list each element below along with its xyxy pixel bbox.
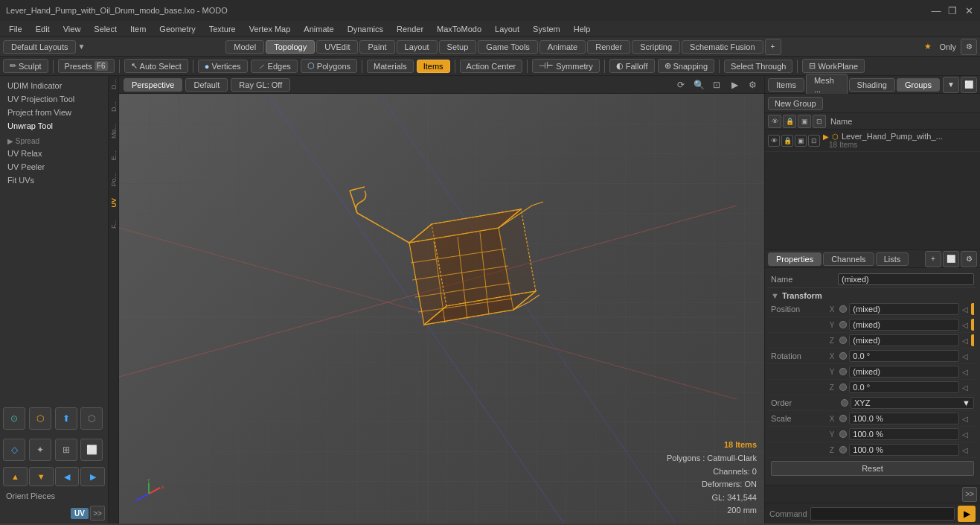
sculpt-button[interactable]: ✏ Sculpt [3,59,48,73]
props-tab-properties[interactable]: Properties [768,252,822,266]
rp-tab-shading[interactable]: Shading [849,78,895,92]
polygons-button[interactable]: ⬡ Polygons [301,59,357,73]
tool-icon-8[interactable]: ⬜ [80,439,103,461]
rotation-z-reset[interactable]: ◁ [959,381,971,393]
scale-y-reset[interactable]: ◁ [959,428,971,440]
menu-item[interactable]: Item [124,23,152,35]
name-prop-input[interactable] [838,273,974,285]
menu-dynamics[interactable]: Dynamics [342,23,389,35]
tab-topology[interactable]: Topology [266,40,315,54]
position-y-reset[interactable]: ◁ [959,319,971,331]
minimize-button[interactable]: — [931,5,941,16]
scale-y-circle[interactable] [839,430,847,438]
vis-icon[interactable]: 👁 [768,135,780,147]
scale-x-circle[interactable] [839,415,847,422]
list-item-group[interactable]: 👁 🔒 ▣ ⊡ ▶ ⬡ Lever_Hand_Pump_with_... 18 … [765,130,980,152]
viewport-tab-perspective[interactable]: Perspective [124,78,182,92]
auto-select-button[interactable]: ↖ Auto Select [124,59,188,73]
orbit-icon[interactable]: ⟳ [673,77,688,92]
menu-render[interactable]: Render [391,23,429,35]
action-center-button[interactable]: Action Center [460,60,523,73]
position-z-circle[interactable] [839,337,847,344]
rotation-z-input[interactable] [849,381,959,393]
rotation-y-input[interactable] [849,366,959,378]
rotation-y-circle[interactable] [839,368,847,375]
tab-layout[interactable]: Layout [397,40,438,54]
settings-icon[interactable]: ⚙ [745,77,760,92]
rp-dropdown-icon[interactable]: ▼ [943,77,959,93]
props-tab-lists[interactable]: Lists [876,252,909,266]
position-z-input[interactable] [849,334,959,346]
tool-icon-3[interactable]: ⬆ [55,407,77,430]
zoom-icon[interactable]: 🔍 [691,77,706,92]
props-expand-icon[interactable]: ⬜ [943,251,959,267]
arrow-left-button[interactable]: ◀ [55,467,80,486]
arrow-down-button[interactable]: ▼ [29,467,54,486]
uv-projection-tool[interactable]: UV Projection Tool [3,92,105,106]
frame-icon[interactable]: ⊡ [709,77,724,92]
command-input[interactable] [810,507,955,521]
tab-animate[interactable]: Animate [539,40,586,54]
symmetry-button[interactable]: ⊣⊢ Symmetry [532,59,600,73]
reset-button[interactable]: Reset [771,461,974,476]
rotation-x-reset[interactable]: ◁ [959,350,971,362]
tool-icon-5[interactable]: ◇ [3,439,25,461]
scene-canvas[interactable]: X Z Y 18 Items Polygons : Catmull-Clark … [119,94,764,524]
layout-selector[interactable]: Default Layouts ▼ [3,40,85,54]
mesh-icon[interactable]: ▣ [798,115,811,128]
menu-select[interactable]: Select [88,23,123,35]
position-x-reset[interactable]: ◁ [959,303,971,315]
unwrap-tool[interactable]: Unwrap Tool [3,119,105,133]
position-x-circle[interactable] [839,305,847,313]
execute-button[interactable]: ▶ [958,506,976,522]
vis2-icon-row[interactable]: ⊡ [808,135,820,147]
render-icon[interactable]: ▶ [727,77,742,92]
items-button[interactable]: Items [417,60,450,73]
scale-x-reset[interactable]: ◁ [959,413,971,424]
scale-z-input[interactable] [849,444,959,456]
workplane-button[interactable]: ⊟ WorkPlane [802,59,865,73]
order-dropdown[interactable]: XYZ ▼ [851,397,974,409]
uv-relax-tool[interactable]: UV Relax [3,147,105,160]
layout-dropdown[interactable]: Default Layouts [3,40,76,54]
window-controls[interactable]: — ❐ ✕ [931,5,974,16]
tab-uvedit[interactable]: UVEdit [316,40,358,54]
tool-icon-4[interactable]: ⬡ [80,407,103,430]
project-from-view-tool[interactable]: Project from View [3,106,105,119]
scale-y-input[interactable] [849,428,959,440]
rotation-x-input[interactable] [849,350,959,362]
menu-view[interactable]: View [57,23,87,35]
new-group-button[interactable]: New Group [768,97,823,110]
settings-button[interactable]: ⚙ [961,39,977,55]
lock-icon[interactable]: 🔒 [783,115,796,128]
menu-animate[interactable]: Animate [298,23,339,35]
materials-button[interactable]: Materials [367,60,414,73]
add-tab-button[interactable]: + [765,39,781,55]
tab-gametools[interactable]: Game Tools [478,40,538,54]
props-tab-channels[interactable]: Channels [823,252,874,266]
props-expand-btn[interactable]: >> [962,487,977,502]
menu-vertexmap[interactable]: Vertex Map [243,23,297,35]
tool-icon-6[interactable]: ✦ [29,439,51,461]
rp-tab-groups[interactable]: Groups [897,78,940,92]
menu-texture[interactable]: Texture [203,23,242,35]
viewport-tab-raygl[interactable]: Ray GL: Off [231,78,290,92]
tab-paint[interactable]: Paint [359,40,394,54]
scale-z-reset[interactable]: ◁ [959,444,971,456]
presets-button[interactable]: Presets F6 [58,59,115,73]
position-x-input[interactable] [849,303,959,315]
snapping-button[interactable]: ⊕ Snapping [658,59,715,73]
menu-file[interactable]: File [3,23,28,35]
tab-model[interactable]: Model [225,40,264,54]
edges-button[interactable]: ⟋ Edges [251,60,298,73]
mesh-icon-row[interactable]: ▣ [795,135,807,147]
menu-edit[interactable]: Edit [30,23,56,35]
menu-layout[interactable]: Layout [489,23,525,35]
position-y-circle[interactable] [839,321,847,328]
fit-uvs-tool[interactable]: Fit UVs [3,174,105,187]
falloff-button[interactable]: ◐ Falloff [609,59,655,73]
tab-setup[interactable]: Setup [439,40,477,54]
vertices-button[interactable]: ● Vertices [198,60,248,73]
arrow-up-button[interactable]: ▲ [3,467,28,486]
tab-scripting[interactable]: Scripting [632,40,680,54]
